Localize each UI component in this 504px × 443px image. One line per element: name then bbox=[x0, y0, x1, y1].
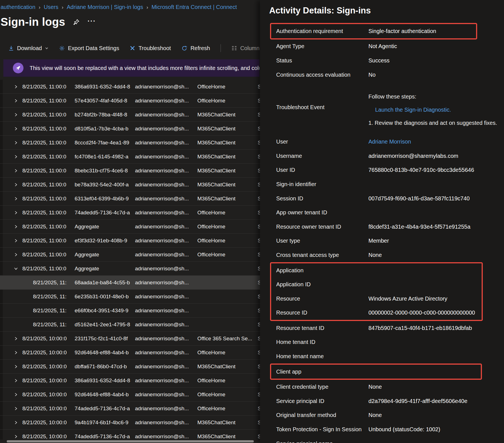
row-expand-chevron-icon[interactable] bbox=[14, 407, 22, 411]
pin-icon[interactable] bbox=[73, 19, 80, 25]
table-row[interactable]: 8/21/2025, 10:00:0386a6931-6352-4dd4-8ad… bbox=[0, 374, 260, 388]
table-row[interactable]: 8/21/2025, 11:00:0d810f5a1-7b3e-4cba-bad… bbox=[0, 122, 260, 136]
table-row[interactable]: 8/21/2025, 10:00:0dbffa671-86b0-47cd-bad… bbox=[0, 360, 260, 374]
cell-request-id: Aggregate bbox=[75, 224, 135, 230]
panel-fields: Authentication requirementSingle-factor … bbox=[276, 23, 504, 443]
detail-field-label: Service principal name bbox=[276, 440, 368, 443]
detail-field: Home tenant name bbox=[276, 349, 504, 364]
row-expand-chevron-icon[interactable] bbox=[14, 435, 22, 439]
detail-field: Troubleshoot EventFollow these steps:Lau… bbox=[276, 82, 504, 135]
row-expand-chevron-icon[interactable] bbox=[14, 85, 22, 89]
cell-application: OfficeHome bbox=[197, 84, 258, 90]
columns-button[interactable]: Columns bbox=[231, 45, 259, 51]
panel-title: Activity Details: Sign-ins bbox=[269, 4, 504, 17]
breadcrumb: authentication›Users›Adriane Morrison | … bbox=[1, 4, 259, 10]
notice-banner: This view will soon be replaced with a v… bbox=[3, 59, 259, 77]
breadcrumb-item[interactable]: authentication bbox=[1, 4, 36, 10]
row-expand-chevron-icon[interactable] bbox=[14, 183, 22, 187]
table-row[interactable]: 8/21/2025, 11:68aada1e-ba84-4c55-badrian… bbox=[0, 276, 260, 290]
row-expand-chevron-icon[interactable] bbox=[14, 211, 22, 215]
export-data-settings-button[interactable]: Export Data Settings bbox=[59, 45, 119, 51]
troubleshoot-intro: Follow these steps: bbox=[368, 90, 497, 103]
row-expand-chevron-icon[interactable] bbox=[14, 141, 22, 145]
table-row[interactable]: 8/21/2025, 11:00:0Aggregateadrianemorris… bbox=[0, 220, 260, 234]
table-row[interactable]: 8/21/2025, 10:00:074adedd5-7136-4c7d-aad… bbox=[0, 402, 260, 416]
row-expand-chevron-icon[interactable] bbox=[14, 253, 22, 257]
table-row[interactable]: 8/21/2025, 11:00:06313ef04-6399-4b6b-9ad… bbox=[0, 192, 260, 206]
cell-request-id: Aggregate bbox=[75, 266, 135, 272]
cell-application: M365ChatClient bbox=[197, 364, 258, 370]
row-expand-chevron-icon[interactable] bbox=[14, 393, 22, 397]
cell-user: adrianemorrison@sh... bbox=[135, 294, 197, 300]
cell-request-id: d5162e41-2ee1-4795-8 bbox=[75, 322, 135, 328]
row-expand-chevron-icon[interactable] bbox=[14, 379, 22, 383]
row-expand-chevron-icon[interactable] bbox=[14, 197, 22, 201]
table-row[interactable]: 8/21/2025, 10:00:092d64648-ef88-4ab4-bad… bbox=[0, 346, 260, 360]
row-expand-chevron-icon[interactable] bbox=[14, 99, 22, 103]
breadcrumb-item[interactable]: Users bbox=[44, 4, 58, 10]
row-expand-chevron-icon[interactable] bbox=[14, 225, 22, 229]
cell-date: 8/21/2025, 10:00:0 bbox=[22, 433, 75, 440]
row-expand-chevron-icon[interactable] bbox=[14, 169, 22, 173]
cell-user: adrianemorrison@sh... bbox=[135, 84, 197, 90]
table-row[interactable]: 8/21/2025, 10:00:0231f175c-f2c1-41c0-8fa… bbox=[0, 332, 260, 346]
cell-date: 8/21/2025, 10:00:0 bbox=[22, 392, 75, 398]
detail-field-label: Resource owner tenant ID bbox=[276, 224, 368, 230]
table-row[interactable]: 8/21/2025, 11:00:0be78a392-54e2-400f-aad… bbox=[0, 178, 260, 192]
cell-request-id: d810f5a1-7b3e-4cba-b bbox=[75, 126, 135, 132]
rocket-icon bbox=[13, 63, 23, 73]
cell-application: Office 365 Search Se... bbox=[197, 336, 258, 342]
table-row[interactable]: 8/21/2025, 11:00:074adedd5-7136-4c7d-aad… bbox=[0, 206, 260, 220]
table-row[interactable]: 8/21/2025, 11:00:0b274bf2b-78ba-4f48-8ad… bbox=[0, 108, 260, 122]
table-row[interactable]: 8/21/2025, 11:00:0ef3f3d32-91eb-408b-9ad… bbox=[0, 234, 260, 248]
detail-field-value: 765880c0-813b-40e7-910c-9bcc3de55646 bbox=[368, 167, 504, 173]
table-row[interactable]: 8/21/2025, 11:00:0Aggregateadrianemorris… bbox=[0, 248, 260, 262]
breadcrumb-item[interactable]: Adriane Morrison | Sign-in logs bbox=[67, 4, 143, 10]
cell-request-id: 92d64648-ef88-4ab4-b bbox=[75, 350, 135, 356]
detail-field: Original transfer methodNone bbox=[276, 408, 504, 423]
detail-field: Resource owner tenant IDf8cdef31-a31e-4b… bbox=[276, 220, 504, 234]
signin-diagnostic-link[interactable]: Launch the Sign-in Diagnostic. bbox=[368, 103, 497, 116]
cell-application: OfficeHome bbox=[197, 406, 258, 412]
row-expand-chevron-icon[interactable] bbox=[14, 365, 22, 369]
cell-application: OfficeHome bbox=[197, 350, 258, 356]
row-expand-chevron-icon[interactable] bbox=[14, 113, 22, 117]
cell-date: 8/21/2025, 11:00:0 bbox=[22, 252, 75, 258]
horizontal-scrollbar[interactable] bbox=[7, 440, 254, 442]
breadcrumb-item[interactable]: Microsoft Entra Connect | Connect bbox=[152, 4, 237, 10]
row-expand-chevron-icon[interactable] bbox=[14, 351, 22, 355]
page-title-row: Sign-in logs ··· bbox=[1, 16, 96, 28]
row-expand-chevron-icon[interactable] bbox=[14, 421, 22, 425]
table-row[interactable]: 8/21/2025, 11:e66f0bc4-3951-4349-9adrian… bbox=[0, 304, 260, 318]
row-expand-chevron-icon[interactable] bbox=[14, 155, 22, 159]
row-expand-chevron-icon[interactable] bbox=[14, 239, 22, 243]
table-row[interactable]: 8/21/2025, 11:00:0fc4708e1-6145-4982-aad… bbox=[0, 150, 260, 164]
table-row[interactable]: 8/21/2025, 11:00:0386a6931-6352-4dd4-8ad… bbox=[0, 80, 260, 94]
table-row[interactable]: 8/21/2025, 11:00:08bebc31b-cf75-4ce6-8ad… bbox=[0, 164, 260, 178]
detail-field-label: Client app bbox=[276, 369, 368, 375]
detail-field-value: 007d7549-f690-a1f6-d3ae-587fc119c740 bbox=[368, 195, 504, 202]
detail-field: Sign-in identifier bbox=[276, 177, 504, 191]
table-row[interactable]: 8/21/2025, 10:00:092d64648-ef88-4ab4-bad… bbox=[0, 388, 260, 402]
cell-request-id: 231f175c-f2c1-41c0-8f bbox=[75, 336, 135, 342]
cell-user: adrianemorrison@sh... bbox=[135, 433, 197, 440]
refresh-button[interactable]: Refresh bbox=[181, 45, 210, 51]
download-button[interactable]: Download bbox=[8, 45, 48, 51]
table-row[interactable]: 8/21/2025, 11:00:057e43057-4faf-405d-8ad… bbox=[0, 94, 260, 108]
detail-field-value-link[interactable]: Adriane Morrison bbox=[368, 139, 504, 145]
row-expand-chevron-icon[interactable] bbox=[14, 337, 22, 341]
detail-field-label: Status bbox=[276, 57, 368, 64]
detail-field: Client credential typeNone bbox=[276, 380, 504, 394]
activity-details-panel: Activity Details: Sign-ins Authenticatio… bbox=[260, 0, 504, 443]
table-row[interactable]: 8/21/2025, 10:00:09a4b1974-6b1f-4bc6-9ad… bbox=[0, 416, 260, 430]
troubleshoot-button[interactable]: Troubleshoot bbox=[130, 45, 171, 51]
row-expand-chevron-icon[interactable] bbox=[14, 127, 22, 131]
table-row[interactable]: 8/21/2025, 11:00:08cccd2f4-7fae-4ea1-89a… bbox=[0, 136, 260, 150]
cell-user: adrianemorrison@sh... bbox=[135, 392, 197, 398]
table-row[interactable]: 8/21/2025, 11:d5162e41-2ee1-4795-8adrian… bbox=[0, 318, 260, 332]
table-row[interactable]: 8/21/2025, 11:6e235b31-001f-48e0-badrian… bbox=[0, 290, 260, 304]
cell-application: M365ChatClient bbox=[197, 196, 258, 202]
more-options-icon[interactable]: ··· bbox=[87, 17, 96, 25]
table-row[interactable]: 8/21/2025, 11:00:0Aggregateadrianemorris… bbox=[0, 262, 260, 276]
row-collapse-chevron-icon[interactable] bbox=[14, 267, 22, 271]
